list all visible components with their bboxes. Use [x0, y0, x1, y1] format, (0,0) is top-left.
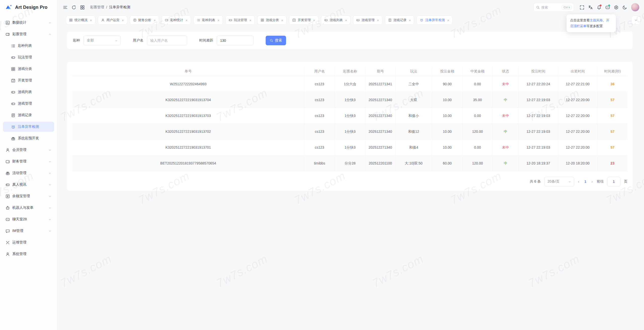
sidebar-subitem-5[interactable]: 游戏列表 [3, 87, 54, 97]
sidebar-subitem-9[interactable]: 系统彩预开奖 [3, 133, 54, 143]
sidebar-subitem-8[interactable]: 注单异常检测 [3, 122, 54, 132]
sidebar-subitem-1[interactable]: 彩种列表 [3, 41, 54, 51]
tab-9[interactable]: 游戏列表× [321, 15, 350, 25]
timegap-label: 时间差距 [199, 38, 213, 43]
notifications-button[interactable] [595, 3, 603, 12]
sidebar-item-9[interactable]: 聊天室28 [3, 214, 54, 224]
sidebar-item-10[interactable]: IM管理 [3, 226, 54, 236]
tab-6[interactable]: 玩法管理× [225, 15, 255, 25]
tab-8[interactable]: 开奖管理× [289, 15, 318, 25]
cell-draw-time: 12-27 22:20:00 [558, 108, 597, 124]
close-icon[interactable]: × [185, 18, 188, 22]
main-area: 彩票管理 / 注单异常检测 Ctrl k 统计概况×用户运营×财务分析×彩种统计… [57, 0, 644, 330]
tab-options-button[interactable] [631, 16, 640, 25]
tab-label: 游戏列表 [330, 18, 343, 22]
time-gap-value: 57 [611, 114, 615, 118]
breadcrumb-parent[interactable]: 彩票管理 [90, 5, 104, 10]
tab-1[interactable]: 统计概况× [66, 15, 95, 25]
tab-4[interactable]: 彩种统计× [162, 15, 191, 25]
tab-11[interactable]: 游戏记录× [385, 15, 414, 25]
sidebar-item-7[interactable]: 余额宝管理 [3, 191, 54, 201]
messages-button[interactable] [603, 3, 612, 12]
settings-button[interactable] [612, 3, 620, 12]
file-icon [388, 18, 392, 22]
username-input[interactable] [147, 36, 187, 45]
chevron-down-icon [634, 18, 638, 22]
close-icon[interactable]: × [281, 18, 284, 22]
sidebar-item-12[interactable]: 系统管理 [3, 249, 54, 259]
search-button[interactable]: 搜索 [266, 36, 286, 45]
page-size-select[interactable]: 20条/页 [544, 177, 574, 186]
tab-10[interactable]: 游戏管理× [353, 15, 382, 25]
collapse-menu-button[interactable] [61, 3, 69, 12]
sidebar-item-11[interactable]: 运维管理 [3, 237, 54, 248]
sidebar-item-6[interactable]: 真人视讯 [3, 180, 54, 190]
close-icon[interactable]: × [313, 18, 315, 22]
close-icon[interactable]: × [345, 18, 347, 22]
tab-7[interactable]: 游戏分类× [257, 15, 287, 25]
cell-issue: 202512271340 [365, 124, 395, 140]
tab-label: 游戏分类 [266, 18, 279, 22]
page-unit-label: 页 [624, 179, 627, 184]
avatar[interactable] [631, 3, 639, 12]
col-header-7: 中奖金额 [463, 67, 493, 76]
sidebar-item-1[interactable]: 数据统计 [3, 18, 54, 28]
sidebar-item-4[interactable]: 财务管理 [3, 156, 54, 167]
current-page[interactable]: 1 [583, 180, 587, 184]
tooltip-text-end: 等更多配置 [586, 24, 603, 28]
page-content: 彩种 全部 用户名 时间差距 搜索 [57, 26, 644, 330]
sidebar-item-2[interactable]: 彩票管理 [3, 29, 54, 39]
logo: Art Design Pro [3, 0, 55, 15]
tab-5[interactable]: 彩种列表× [193, 15, 223, 25]
close-icon[interactable]: × [447, 18, 449, 22]
timegap-input[interactable] [217, 36, 254, 45]
sidebar-subitem-3[interactable]: 游戏分类 [3, 64, 54, 74]
status-badge: 中 [504, 130, 507, 134]
sidebar-item-5[interactable]: 活动管理 [3, 168, 54, 178]
gamepad-icon [11, 102, 15, 106]
fullscreen-button[interactable] [578, 3, 586, 12]
close-icon[interactable]: × [217, 18, 220, 22]
prev-page-button[interactable]: ‹ [578, 179, 580, 184]
tabbar: 统计概况×用户运营×财务分析×彩种统计×彩种列表×玩法管理×游戏分类×开奖管理×… [57, 15, 644, 26]
close-icon[interactable]: × [249, 18, 252, 22]
cell-draw-time: 12-27 22:20:00 [558, 92, 597, 108]
close-icon[interactable]: × [154, 18, 156, 22]
cell-gap: 57 [597, 108, 627, 124]
calendar-icon [11, 78, 15, 83]
lottery-select[interactable]: 全部 [84, 36, 121, 45]
next-page-button[interactable]: › [591, 179, 593, 184]
search-input[interactable] [541, 6, 562, 9]
close-icon[interactable]: × [90, 18, 92, 22]
sidebar-subitem-4[interactable]: 开奖管理 [3, 75, 54, 86]
theme-style-link[interactable]: 主题风格 [590, 18, 603, 22]
tab-3[interactable]: 财务分析× [130, 15, 159, 25]
tab-12[interactable]: 注单异常检测× [417, 15, 453, 25]
cell-bet: 10.00 [432, 92, 462, 108]
sidebar-item-3[interactable]: 会员管理 [3, 145, 54, 155]
tab-2[interactable]: 用户运营× [98, 15, 127, 25]
dark-mode-button[interactable] [620, 3, 629, 12]
global-search[interactable]: Ctrl k [533, 3, 574, 12]
chevron-down-icon [48, 33, 52, 36]
search-button-label: 搜索 [275, 38, 282, 43]
sidebar-item-8[interactable]: 机器人与发单 [3, 203, 54, 213]
gamepad-icon [356, 18, 360, 22]
close-icon[interactable]: × [377, 18, 379, 22]
close-icon[interactable]: × [122, 18, 124, 22]
cell-username: cs123 [304, 76, 335, 92]
sidebar-subitem-6[interactable]: 游戏管理 [3, 99, 54, 109]
close-icon[interactable]: × [409, 18, 411, 22]
refresh-button[interactable] [69, 3, 78, 12]
language-button[interactable] [586, 3, 595, 12]
col-header-8: 状态 [493, 67, 519, 76]
cell-status: 未中 [493, 140, 519, 155]
cell-issue: 202512201100 [365, 155, 395, 171]
sidebar-subitem-2[interactable]: 玩法管理 [3, 52, 54, 62]
translate-icon [588, 5, 593, 10]
grid-icon [11, 67, 15, 71]
goto-page-input[interactable] [607, 177, 620, 186]
sidebar-subitem-7[interactable]: 游戏记录 [3, 110, 54, 120]
apps-button[interactable] [78, 3, 87, 12]
status-badge: 未中 [502, 145, 509, 149]
